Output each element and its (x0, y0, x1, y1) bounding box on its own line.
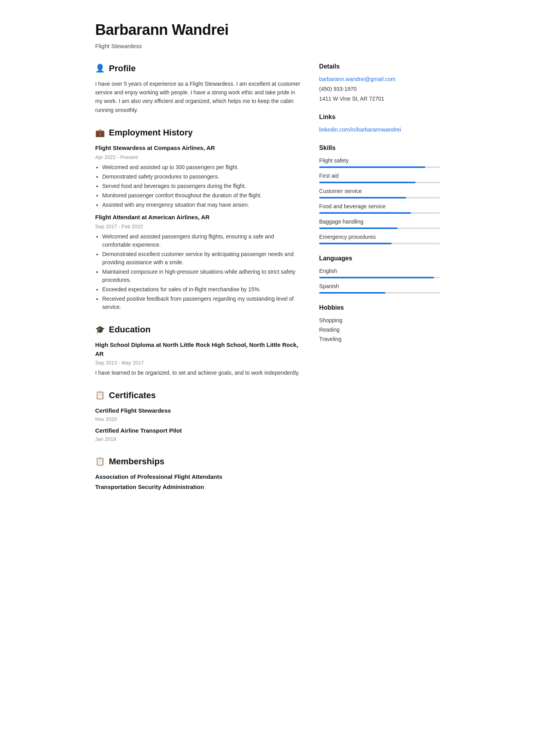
details-title: Details (319, 62, 440, 71)
lang-spanish-label: Spanish (319, 282, 440, 290)
lang-spanish-bar-fill (319, 292, 385, 294)
skill-food-beverage: Food and beverage service (319, 202, 440, 214)
memberships-title: 📋 Memberships (95, 455, 300, 468)
details-section: Details barbarann.wandrei@gmail.com (450… (319, 62, 440, 103)
skill-baggage-handling-bar-fill (319, 227, 398, 229)
main-layout: 👤 Profile I have over 5 years of experie… (95, 62, 440, 503)
skill-food-beverage-bar-fill (319, 212, 411, 214)
job-2-bullets: Welcomed and assisted passengers during … (102, 233, 300, 311)
lang-spanish-bar-bg (319, 292, 440, 294)
languages-section: Languages English Spanish (319, 254, 440, 294)
job-1-bullets: Welcomed and assisted up to 300 passenge… (102, 163, 300, 209)
skill-baggage-handling-bar-bg (319, 227, 440, 229)
list-item: Maintained composure in high-pressure si… (102, 268, 300, 284)
left-column: 👤 Profile I have over 5 years of experie… (95, 62, 300, 503)
skill-emergency-procedures-bar-fill (319, 243, 392, 244)
header: Barbarann Wandrei Flight Stewardess (95, 19, 440, 51)
lang-spanish: Spanish (319, 282, 440, 294)
membership-2: Transportation Security Administration (95, 483, 300, 492)
skills-section: Skills Flight safety First aid Customer … (319, 143, 440, 244)
skill-flight-safety: Flight safety (319, 157, 440, 168)
skill-emergency-procedures: Emergency procedures (319, 233, 440, 244)
skill-flight-safety-label: Flight safety (319, 157, 440, 165)
list-item: Received positive feedback from passenge… (102, 295, 300, 311)
job-1-title: Flight Stewardess at Compass Airlines, A… (95, 144, 300, 153)
certificates-icon: 📋 (95, 389, 105, 401)
education-icon: 🎓 (95, 324, 105, 336)
certificates-section: 📋 Certificates Certified Flight Stewarde… (95, 389, 300, 443)
list-item: Demonstrated excellent customer service … (102, 250, 300, 267)
education-section: 🎓 Education High School Diploma at North… (95, 323, 300, 377)
resume-page: Barbarann Wandrei Flight Stewardess 👤 Pr… (80, 0, 455, 527)
right-column: Details barbarann.wandrei@gmail.com (450… (319, 62, 440, 503)
cert-1-date: Nov 2020 (95, 415, 300, 423)
job-1: Flight Stewardess at Compass Airlines, A… (95, 144, 300, 209)
list-item: Assisted with any emergency situation th… (102, 201, 300, 209)
list-item: Served food and beverages to passengers … (102, 182, 300, 190)
details-address: 1411 W Vine St, AR 72701 (319, 95, 440, 103)
links-title: Links (319, 112, 440, 122)
candidate-title: Flight Stewardess (95, 42, 440, 51)
skill-emergency-procedures-label: Emergency procedures (319, 233, 440, 241)
list-item: Welcomed and assisted up to 300 passenge… (102, 163, 300, 171)
cert-2-name: Certified Airline Transport Pilot (95, 426, 300, 435)
details-email[interactable]: barbarann.wandrei@gmail.com (319, 75, 440, 83)
skills-title: Skills (319, 143, 440, 153)
hobbies-title: Hobbies (319, 303, 440, 312)
job-2-title: Flight Attendant at American Airlines, A… (95, 213, 300, 222)
cert-1-name: Certified Flight Stewardess (95, 406, 300, 415)
skill-baggage-handling-label: Baggage handling (319, 218, 440, 226)
cert-2: Certified Airline Transport Pilot Jan 20… (95, 426, 300, 443)
employment-icon: 💼 (95, 127, 105, 139)
languages-title: Languages (319, 254, 440, 263)
profile-icon: 👤 (95, 62, 105, 74)
profile-title: 👤 Profile (95, 62, 300, 75)
links-section: Links linkedin.com/in/barbarannwandrei (319, 112, 440, 134)
edu-1-title: High School Diploma at North Little Rock… (95, 341, 300, 358)
linkedin-link[interactable]: linkedin.com/in/barbarannwandrei (319, 126, 440, 134)
skill-first-aid-label: First aid (319, 172, 440, 180)
cert-2-date: Jan 2019 (95, 435, 300, 443)
edu-1-text: I have learned to be organized, to set a… (95, 369, 300, 377)
skill-customer-service-bar-bg (319, 197, 440, 198)
hobby-2: Reading (319, 326, 440, 334)
skill-food-beverage-label: Food and beverage service (319, 202, 440, 211)
list-item: Welcomed and assisted passengers during … (102, 233, 300, 249)
profile-section: 👤 Profile I have over 5 years of experie… (95, 62, 300, 115)
education-title: 🎓 Education (95, 323, 300, 336)
hobby-3: Traveling (319, 335, 440, 343)
hobby-1: Shopping (319, 316, 440, 325)
lang-english: English (319, 267, 440, 278)
details-phone: (450) 933-1970 (319, 85, 440, 93)
job-1-date: Apr 2022 - Present (95, 153, 300, 161)
skill-customer-service-label: Customer service (319, 187, 440, 195)
membership-1: Association of Professional Flight Atten… (95, 473, 300, 482)
job-2: Flight Attendant at American Airlines, A… (95, 213, 300, 311)
cert-1: Certified Flight Stewardess Nov 2020 (95, 406, 300, 423)
skill-first-aid-bar-fill (319, 182, 416, 183)
skill-food-beverage-bar-bg (319, 212, 440, 214)
list-item: Exceeded expectations for sales of in-fl… (102, 285, 300, 294)
hobbies-section: Hobbies Shopping Reading Traveling (319, 303, 440, 343)
edu-1: High School Diploma at North Little Rock… (95, 341, 300, 377)
job-2-date: Sep 2017 - Feb 2022 (95, 223, 300, 231)
memberships-icon: 📋 (95, 455, 105, 467)
skill-first-aid-bar-bg (319, 182, 440, 183)
lang-english-bar-bg (319, 277, 440, 278)
skill-first-aid: First aid (319, 172, 440, 183)
certificates-title: 📋 Certificates (95, 389, 300, 402)
list-item: Demonstrated safety procedures to passen… (102, 173, 300, 181)
list-item: Monitored passenger comfort throughout t… (102, 191, 300, 200)
employment-section: 💼 Employment History Flight Stewardess a… (95, 126, 300, 311)
lang-english-label: English (319, 267, 440, 275)
skill-customer-service-bar-fill (319, 197, 406, 198)
skill-flight-safety-bar-bg (319, 166, 440, 168)
profile-text: I have over 5 years of experience as a F… (95, 79, 300, 115)
candidate-name: Barbarann Wandrei (95, 19, 440, 41)
skill-baggage-handling: Baggage handling (319, 218, 440, 229)
memberships-section: 📋 Memberships Association of Professiona… (95, 455, 300, 492)
skill-flight-safety-bar-fill (319, 166, 425, 168)
employment-title: 💼 Employment History (95, 126, 300, 139)
lang-english-bar-fill (319, 277, 434, 278)
edu-1-date: Sep 2013 - May 2017 (95, 359, 300, 367)
